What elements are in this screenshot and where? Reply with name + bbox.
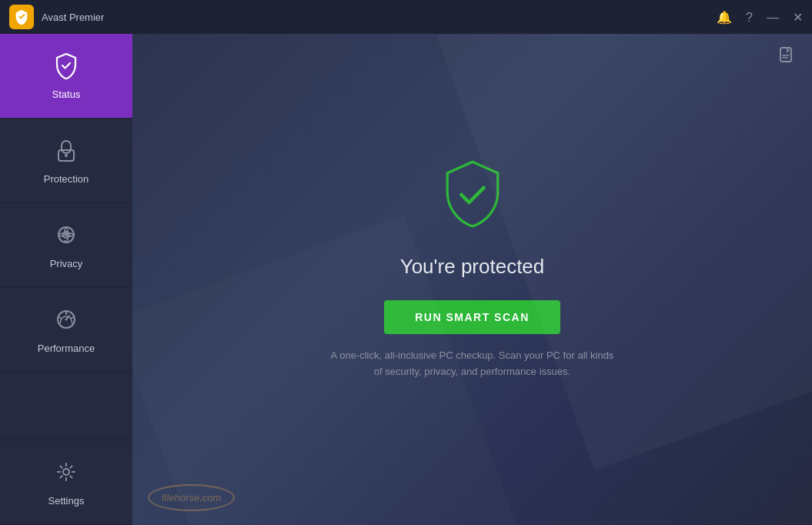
sidebar-item-privacy[interactable]: Privacy [0,203,132,288]
sidebar-item-protection-label: Protection [44,173,89,185]
settings-icon [52,458,80,489]
svg-line-8 [72,317,74,319]
app-logo [9,5,34,29]
privacy-icon [52,221,80,252]
window-controls: 🔔 ? — ✕ [717,10,803,25]
sidebar-item-protection[interactable]: Protection [0,119,132,203]
svg-rect-0 [62,141,71,153]
sidebar-item-status[interactable]: Status [0,34,132,119]
sidebar: Status Protection [0,34,132,525]
status-icon [52,52,80,82]
sidebar-item-privacy-label: Privacy [50,258,83,269]
sidebar-item-performance-label: Performance [38,343,95,354]
sidebar-item-settings[interactable]: Settings [0,440,132,525]
run-smart-scan-button[interactable]: RUN SMART SCAN [384,300,560,334]
watermark: filehorse.com [148,484,235,511]
svg-point-2 [65,154,68,157]
app-layout: Status Protection [0,34,812,525]
status-container: You're protected RUN SMART SCAN A one-cl… [326,156,619,380]
sidebar-item-performance[interactable]: Performance [0,288,132,373]
protected-title: You're protected [400,255,545,279]
title-bar: Avast Premier 🔔 ? — ✕ [0,0,812,34]
protection-icon [52,136,80,167]
shield-protected-icon [434,156,511,233]
sidebar-bottom: Settings [0,440,132,525]
notification-icon[interactable]: 🔔 [717,10,732,25]
close-button[interactable]: ✕ [793,10,803,25]
scan-description: A one-click, all-inclusive PC checkup. S… [326,348,619,380]
sidebar-item-status-label: Status [52,89,81,100]
svg-point-11 [63,469,69,475]
app-title: Avast Premier [42,12,104,23]
license-icon-area[interactable] [777,45,798,69]
svg-point-10 [65,319,68,321]
sidebar-item-settings-label: Settings [48,495,85,507]
help-icon[interactable]: ? [746,10,753,24]
svg-line-7 [59,317,62,319]
main-content: You're protected RUN SMART SCAN A one-cl… [132,34,812,525]
performance-icon [52,306,80,336]
minimize-button[interactable]: — [767,10,779,24]
